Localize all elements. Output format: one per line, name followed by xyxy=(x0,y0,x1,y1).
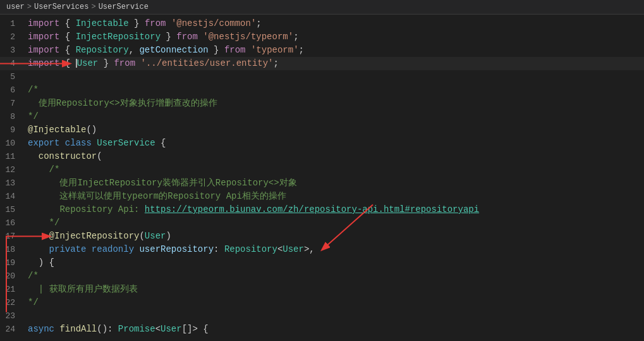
line-4: 4import { User } from '../entities/user.… xyxy=(0,57,644,70)
line-content-4: import { User } from '../entities/user.e… xyxy=(25,57,644,70)
line-number-22: 22 xyxy=(0,296,25,309)
line-content-24: async findAll(): Promise<User[]> { xyxy=(25,323,644,336)
line-content-12: /* xyxy=(25,163,644,177)
line-number-11: 11 xyxy=(0,150,25,163)
line-number-12: 12 xyxy=(0,163,25,177)
line-content-9: @Injectable() xyxy=(25,123,644,137)
line-content-6: /* xyxy=(25,84,644,97)
line-number-5: 5 xyxy=(0,70,25,84)
link-typeorm[interactable]: https://typeorm.biunav.com/zh/repository… xyxy=(145,204,479,214)
line-number-6: 6 xyxy=(0,84,25,97)
line-number-13: 13 xyxy=(0,177,25,190)
breadcrumb-userservices: UserServices xyxy=(34,3,88,11)
line-number-9: 9 xyxy=(0,123,25,137)
line-content-7: 使用Repository<>对象执行增删查改的操作 xyxy=(25,97,644,110)
line-content-15: Repository Api: https://typeorm.biunav.c… xyxy=(25,203,644,216)
line-content-17: @InjectRepository(User) xyxy=(25,230,644,243)
line-number-19: 19 xyxy=(0,256,25,270)
line-content-2: import { InjectRepository } from '@nestj… xyxy=(25,30,644,44)
line-number-1: 1 xyxy=(0,17,25,30)
line-8: 8*/ xyxy=(0,110,644,123)
line-content-16: */ xyxy=(25,216,644,230)
line-content-10: export class UserService { xyxy=(25,137,644,150)
line-3: 3import { Repository, getConnection } fr… xyxy=(0,44,644,57)
line-16: 16 */ xyxy=(0,216,644,230)
line-number-16: 16 xyxy=(0,216,25,230)
line-content-14: 这样就可以使用typeorm的Repository Api相关的操作 xyxy=(25,190,644,203)
line-number-10: 10 xyxy=(0,137,25,150)
line-content-13: 使用InjectRepository装饰器并引入Repository<>对象 xyxy=(25,177,644,190)
line-19: 19 ) { xyxy=(0,256,644,270)
line-number-17: 17 xyxy=(0,230,25,243)
line-23: 23 xyxy=(0,309,644,323)
line-18: 18 private readonly userRepository: Repo… xyxy=(0,243,644,256)
editor: user > UserServices > UserService 1impor… xyxy=(0,0,644,341)
line-2: 2import { InjectRepository } from '@nest… xyxy=(0,30,644,44)
line-12: 12 /* xyxy=(0,163,644,177)
line-number-24: 24 xyxy=(0,323,25,336)
line-number-8: 8 xyxy=(0,110,25,123)
line-content-22: */ xyxy=(25,296,644,309)
line-22: 22*/ xyxy=(0,296,644,309)
line-14: 14 这样就可以使用typeorm的Repository Api相关的操作 xyxy=(0,190,644,203)
line-number-21: 21 xyxy=(0,283,25,296)
line-6: 6/* xyxy=(0,84,644,97)
line-content-20: /* xyxy=(25,270,644,283)
line-17: 17 @InjectRepository(User) xyxy=(0,230,644,243)
line-number-14: 14 xyxy=(0,190,25,203)
breadcrumb-user: user xyxy=(6,3,25,11)
code-area: 1import { Injectable } from '@nestjs/com… xyxy=(0,15,644,338)
line-10: 10export class UserService { xyxy=(0,137,644,150)
line-content-3: import { Repository, getConnection } fro… xyxy=(25,44,644,57)
line-content-18: private readonly userRepository: Reposit… xyxy=(25,243,644,256)
line-9: 9@Injectable() xyxy=(0,123,644,137)
breadcrumb: user > UserServices > UserService xyxy=(0,0,644,15)
line-number-18: 18 xyxy=(0,243,25,256)
line-content-21: | 获取所有用户数据列表 xyxy=(25,283,644,296)
line-20: 20/* xyxy=(0,270,644,283)
line-1: 1import { Injectable } from '@nestjs/com… xyxy=(0,17,644,30)
line-5: 5 xyxy=(0,70,644,84)
line-content-8: */ xyxy=(25,110,644,123)
breadcrumb-userservice: UserService xyxy=(99,3,149,11)
line-number-3: 3 xyxy=(0,44,25,57)
line-number-2: 2 xyxy=(0,30,25,44)
line-number-4: 4 xyxy=(0,57,25,70)
line-number-20: 20 xyxy=(0,270,25,283)
line-13: 13 使用InjectRepository装饰器并引入Repository<>对… xyxy=(0,177,644,190)
line-number-7: 7 xyxy=(0,97,25,110)
line-number-15: 15 xyxy=(0,203,25,216)
line-21: 21 | 获取所有用户数据列表 xyxy=(0,283,644,296)
line-15: 15 Repository Api: https://typeorm.biuna… xyxy=(0,203,644,216)
line-24: 24async findAll(): Promise<User[]> { xyxy=(0,323,644,336)
line-number-23: 23 xyxy=(0,309,25,323)
line-7: 7 使用Repository<>对象执行增删查改的操作 xyxy=(0,97,644,110)
line-content-1: import { Injectable } from '@nestjs/comm… xyxy=(25,17,644,30)
line-content-19: ) { xyxy=(25,256,644,270)
line-content-11: constructor( xyxy=(25,150,644,163)
line-11: 11 constructor( xyxy=(0,150,644,163)
